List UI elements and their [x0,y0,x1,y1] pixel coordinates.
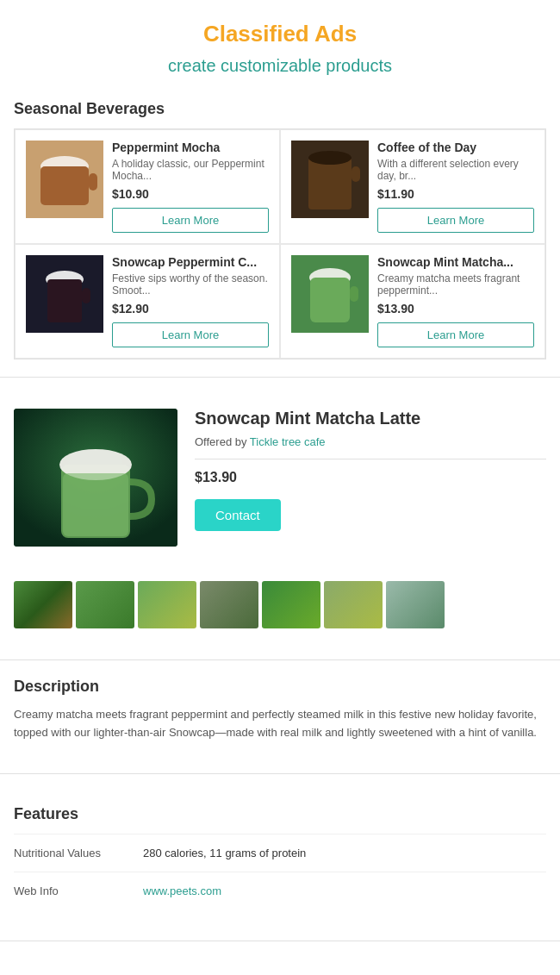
product-image-snowcap-peppermint [26,255,103,333]
thumbnail-6[interactable] [324,581,383,628]
section-divider-4 [0,941,560,941]
thumbnail-3[interactable] [138,581,196,628]
section-divider-2 [0,659,560,660]
feature-value-nutritional: 280 calories, 11 grams of protein [143,847,306,859]
offered-by-label: Offered by [195,435,246,448]
svg-point-6 [308,151,352,165]
thumbnail-5[interactable] [262,581,320,628]
svg-rect-10 [47,279,82,322]
learn-more-button-snowcap-mint-matcha[interactable]: Learn More [377,322,534,347]
page-title: Classified Ads [14,21,546,47]
web-info-link[interactable]: www.peets.com [143,884,221,897]
detail-price: $13.90 [195,459,546,485]
seasonal-section: Seasonal Beverages Peppermint Mocha A ho… [0,86,560,359]
product-price-peppermint-mocha: $10.90 [112,187,269,201]
thumbnail-1[interactable] [14,581,72,628]
seller-link[interactable]: Tickle tree cafe [250,435,326,448]
description-title: Description [14,678,546,696]
product-price-coffee-of-the-day: $11.90 [377,187,534,201]
section-title: Seasonal Beverages [14,100,546,118]
detail-section: Snowcap Mint Matcha Latte Offered by Tic… [0,395,560,574]
thumbnail-row [0,574,560,642]
svg-rect-15 [350,286,358,302]
features-title: Features [14,805,546,823]
description-section: Description Creamy matcha meets fragrant… [0,678,560,756]
svg-rect-5 [308,158,352,209]
product-price-snowcap-mint-matcha: $13.90 [377,302,534,316]
page-subtitle: create customizable products [14,56,546,76]
products-grid: Peppermint Mocha A holiday classic, our … [14,128,546,359]
learn-more-button-coffee-of-the-day[interactable]: Learn More [377,208,534,233]
product-price-snowcap-peppermint: $12.90 [112,302,269,316]
page-header: Classified Ads create customizable produ… [0,0,560,86]
contact-button[interactable]: Contact [195,499,281,531]
product-info-snowcap-mint-matcha: Snowcap Mint Matcha... Creamy matcha mee… [369,255,534,347]
svg-rect-14 [310,278,350,322]
product-desc-peppermint-mocha: A holiday classic, our Peppermint Mocha.… [112,158,269,182]
product-info-snowcap-peppermint: Snowcap Peppermint C... Festive sips wor… [103,255,269,347]
learn-more-button-peppermint-mocha[interactable]: Learn More [112,208,269,233]
product-name-snowcap-peppermint: Snowcap Peppermint C... [112,255,269,269]
product-image-peppermint-mocha [26,141,103,218]
detail-main-image [14,409,177,547]
product-card-snowcap-mint-matcha: Snowcap Mint Matcha... Creamy matcha mee… [280,244,545,359]
product-card-coffee-of-the-day: Coffee of the Day With a different selec… [280,129,545,244]
svg-rect-2 [40,166,89,205]
feature-label-web-info: Web Info [14,884,143,897]
feature-value-web-info: www.peets.com [143,884,221,897]
features-section: Features Nutritional Values 280 calories… [0,791,560,923]
product-info-coffee-of-the-day: Coffee of the Day With a different selec… [369,141,534,233]
svg-rect-11 [82,288,90,303]
svg-rect-3 [89,173,97,191]
feature-row-nutritional: Nutritional Values 280 calories, 11 gram… [14,834,546,872]
product-image-coffee-of-the-day [291,141,369,218]
detail-top: Snowcap Mint Matcha Latte Offered by Tic… [14,409,546,547]
svg-rect-7 [352,166,360,182]
product-card-peppermint-mocha: Peppermint Mocha A holiday classic, our … [15,129,280,244]
thumbnail-7[interactable] [386,581,445,628]
description-text: Creamy matcha meets fragrant peppermint … [14,706,546,742]
detail-product-name: Snowcap Mint Matcha Latte [195,409,546,428]
product-desc-snowcap-peppermint: Festive sips worthy of the season. Smoot… [112,272,269,297]
feature-row-web-info: Web Info www.peets.com [14,872,546,909]
learn-more-button-snowcap-peppermint[interactable]: Learn More [112,322,269,347]
feature-label-nutritional: Nutritional Values [14,847,143,859]
section-divider-1 [0,377,560,378]
product-name-peppermint-mocha: Peppermint Mocha [112,141,269,154]
product-desc-snowcap-mint-matcha: Creamy matcha meets fragrant peppermint.… [377,272,534,297]
detail-info: Snowcap Mint Matcha Latte Offered by Tic… [195,409,546,547]
product-desc-coffee-of-the-day: With a different selection every day, br… [377,158,534,182]
svg-rect-20 [63,473,128,536]
product-card-snowcap-peppermint: Snowcap Peppermint C... Festive sips wor… [15,244,280,359]
section-divider-3 [0,773,560,774]
product-name-coffee-of-the-day: Coffee of the Day [377,141,534,154]
thumbnail-2[interactable] [76,581,134,628]
product-image-snowcap-mint-matcha [291,255,369,333]
offered-by: Offered by Tickle tree cafe [195,435,546,448]
thumbnail-4[interactable] [200,581,258,628]
product-name-snowcap-mint-matcha: Snowcap Mint Matcha... [377,255,534,269]
product-info-peppermint-mocha: Peppermint Mocha A holiday classic, our … [103,141,269,233]
